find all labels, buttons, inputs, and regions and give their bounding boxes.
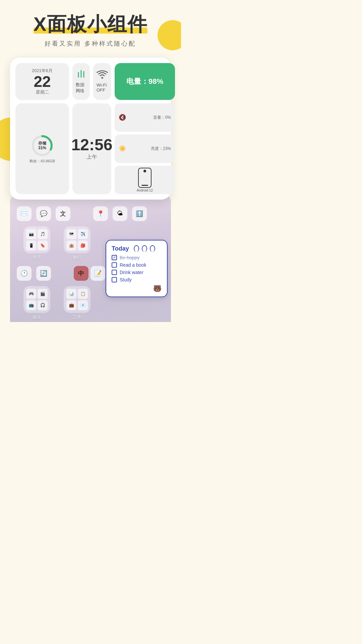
today-header: Today	[112, 245, 162, 252]
folder-icon-2: 🎵	[38, 229, 48, 239]
wifi-icon	[97, 70, 108, 81]
header-section: X面板小组件 好看又实用 多种样式随心配	[0, 13, 181, 48]
ring-3	[150, 245, 155, 252]
todo-item-2[interactable]: Read a book	[112, 262, 162, 268]
folder-travel-box: 🗺 ✈️ 🏨 🎒	[64, 226, 90, 253]
bear-decoration: 🐻	[112, 284, 162, 292]
network-label: 数据网络	[76, 82, 86, 94]
storage-remaining: 剩余：43.96GB	[29, 159, 55, 164]
storage-percent: 存储 31%	[38, 141, 46, 150]
folder-travel-label: 旅行	[73, 255, 81, 261]
right-cells: 🔇 音量：0% ☀️ 亮度：23% Android 12	[115, 103, 175, 194]
todo-checkbox-1: ✓	[112, 255, 117, 260]
volume-label: 音量：0%	[153, 115, 171, 120]
folder-icon-11: 📺	[26, 300, 36, 310]
app-icon-text[interactable]: 文	[56, 206, 70, 221]
todo-item-1[interactable]: ✓ Be happy	[112, 255, 162, 260]
phone-area: 2021年6月 22 星期二 数据网络	[10, 58, 171, 322]
phone-model-icon	[138, 168, 152, 188]
folder-icon-5: 🗺	[66, 229, 76, 239]
todo-checkbox-3	[112, 270, 117, 275]
wifi-cell[interactable]: Wi-Fi OFF	[93, 63, 111, 100]
ring-1	[134, 245, 139, 252]
clock-cell: 12:56 上午	[72, 103, 111, 194]
app-icon-mail[interactable]: ✉️	[17, 206, 32, 221]
volume-mute-icon: 🔇	[119, 114, 126, 121]
folder-entertainment[interactable]: 🎮 🎬 📺 🎧 娱乐	[23, 286, 50, 320]
today-widget: Today ✓ Be happy Read a book	[106, 240, 168, 297]
app-icon-weather[interactable]: 🌤	[113, 206, 127, 221]
date-cell: 2021年6月 22 星期二	[15, 63, 69, 100]
volume-cell[interactable]: 🔇 音量：0%	[115, 103, 175, 132]
app-icon-clock[interactable]: 🕐	[17, 266, 32, 281]
folder-icon-16: 📧	[78, 300, 88, 310]
app-icon-upload[interactable]: ⬆️	[132, 206, 147, 221]
folder-icon-15: 💼	[66, 300, 76, 310]
todo-text-4: Study	[120, 277, 132, 282]
clock-time: 12:56	[71, 137, 113, 153]
todo-checkbox-2	[112, 262, 117, 268]
phone-model-label: Android 12	[137, 189, 153, 192]
brightness-icon: ☀️	[119, 145, 126, 152]
folder-life[interactable]: 📷 🎵 📱 🔖 生活	[23, 226, 50, 261]
folder-work-box: 📊 📋 💼 📧	[64, 286, 90, 313]
network-icon	[76, 69, 86, 80]
app-icon-msg[interactable]: 💬	[36, 206, 51, 221]
network-cell[interactable]: 数据网络	[72, 63, 90, 100]
widget-panel: 2021年6月 22 星期二 数据网络	[10, 58, 171, 200]
today-title: Today	[112, 245, 129, 252]
folder-icon-4: 🔖	[38, 240, 48, 251]
todo-text-1: Be happy	[120, 255, 139, 260]
app-icon-rotate[interactable]: 🔄	[36, 266, 51, 281]
folder-icon-6: ✈️	[78, 229, 88, 239]
date-day: 22	[34, 74, 51, 89]
ring-2	[142, 245, 147, 252]
brightness-cell[interactable]: ☀️ 亮度：23%	[115, 135, 175, 163]
folder-work-label: 工作	[73, 314, 81, 320]
todo-item-3[interactable]: Drink water	[112, 270, 162, 275]
battery-text: 电量：98%	[126, 76, 163, 87]
phone-notch	[143, 170, 146, 172]
folder-ent-box: 🎮 🎬 📺 🎧	[23, 286, 50, 313]
storage-cell: 存储 31% 剩余：43.96GB	[15, 103, 69, 194]
svg-point-3	[102, 77, 103, 78]
header-subtitle: 好看又实用 多种样式随心配	[7, 40, 174, 48]
folder-icon-12: 🎧	[38, 300, 48, 310]
clock-ampm: 上午	[86, 154, 97, 161]
brightness-label: 亮度：23%	[151, 146, 171, 152]
app-title: X面板小组件	[34, 13, 148, 35]
todo-text-2: Read a book	[120, 262, 146, 268]
folder-icon-7: 🏨	[66, 240, 76, 251]
folder-work[interactable]: 📊 📋 💼 📧 工作	[64, 286, 90, 320]
phone-model-cell: Android 12	[115, 166, 175, 194]
folder-travel[interactable]: 🗺 ✈️ 🏨 🎒 旅行	[64, 226, 90, 261]
folder-life-label: 生活	[33, 255, 41, 261]
folder-life-box: 📷 🎵 📱 🔖	[23, 226, 50, 253]
folder-ent-label: 娱乐	[33, 314, 41, 320]
app-icon-edit[interactable]: 📝	[90, 266, 105, 281]
folder-icon-13: 📊	[66, 289, 76, 299]
folder-icon-14: 📋	[78, 289, 88, 299]
todo-text-3: Drink water	[120, 270, 143, 275]
date-weekday: 星期二	[36, 89, 49, 95]
battery-cell: 电量：98%	[115, 63, 175, 100]
app-icon-location[interactable]: 📍	[93, 206, 108, 221]
folder-icon-9: 🎮	[26, 289, 36, 299]
app-icon-store[interactable]: 中	[74, 266, 88, 281]
todo-item-4[interactable]: Study	[112, 277, 162, 282]
todo-checkbox-4	[112, 277, 117, 282]
phone-home-bar	[141, 185, 148, 186]
folder-icon-3: 📱	[26, 240, 36, 251]
storage-ring: 存储 31%	[31, 134, 54, 157]
folder-icon-8: 🎒	[78, 240, 88, 251]
folder-icon-10: 🎬	[38, 289, 48, 299]
phone-screenshot: ✉️ 💬 文 📍 🌤 ⬆️ 📷 🎵 📱 🔖	[10, 193, 171, 322]
wifi-label: Wi-Fi OFF	[97, 83, 108, 93]
folder-icon-1: 📷	[26, 229, 36, 239]
